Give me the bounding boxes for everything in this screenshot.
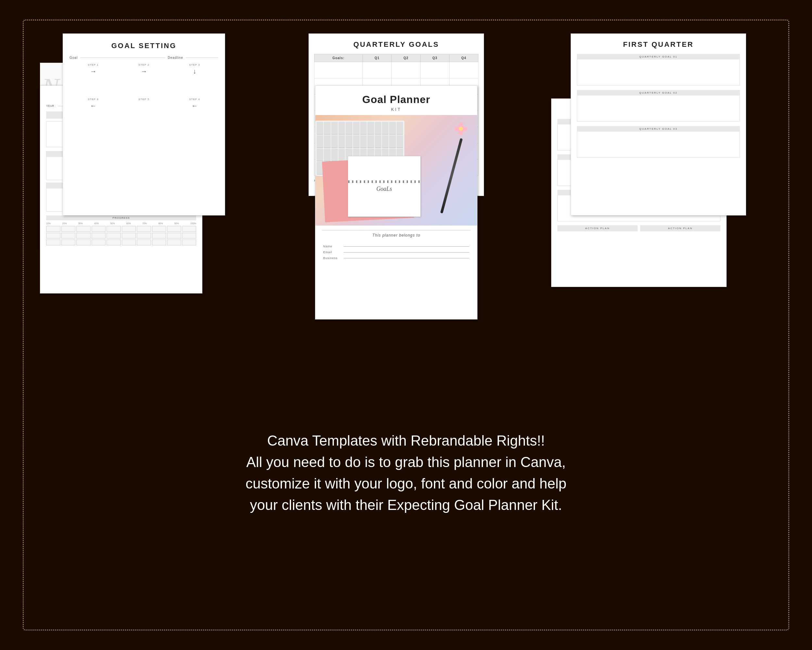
cover-title: Goal Planner <box>322 93 471 106</box>
quarterly-goals-center-title: QUARTERLY GOALS <box>314 40 478 49</box>
goal-setting-page: GOAL SETTING Goal Deadline STEP 1 → STEP… <box>63 34 225 216</box>
fq-goal-01-label: QUARTERLY GOAL 01 <box>577 54 740 60</box>
name-line <box>343 246 469 247</box>
goal-line <box>80 58 165 58</box>
name-label: Name <box>323 245 341 248</box>
cover-page: Goal Planner KIT <box>315 86 478 320</box>
flower-center <box>459 127 463 131</box>
notebook-spiral <box>348 180 420 183</box>
bar-group-9 <box>167 226 181 245</box>
email-field-row: Email <box>323 251 469 254</box>
business-line <box>343 258 469 258</box>
cover-fields: Name Email Business <box>315 242 477 265</box>
outer-container: N GOAL SETTING Goal Deadline STEP 1 → <box>23 20 789 630</box>
fq-goal-03-label: QUARTERLY GOAL 03 <box>577 126 740 132</box>
col-q4: Q4 <box>449 54 478 62</box>
cover-image: GoaLs <box>315 115 477 226</box>
desk-scene: GoaLs <box>315 115 477 226</box>
step-4-label: STEP 4 <box>189 98 200 101</box>
step3-down-spacer <box>70 75 218 95</box>
fq-goal-03-box: QUARTERLY GOAL 03 <box>577 126 740 158</box>
bottom-text-line2: All you need to do is to grab this plann… <box>72 451 740 473</box>
bottom-text-area: Canva Templates with Rebrandable Rights!… <box>40 430 772 516</box>
step-1-arrow: → <box>90 67 96 75</box>
step-1: STEP 1 → <box>70 63 117 75</box>
progress-label: PROGRESS <box>46 216 196 220</box>
fq-goal-03-content <box>577 132 740 158</box>
col-q3: Q3 <box>420 54 449 62</box>
col-goals: Goals: <box>314 54 363 62</box>
progress-bars <box>46 226 196 245</box>
bottom-text-line3: customize it with your logo, font and co… <box>72 473 740 494</box>
step-3-down-arrow: ↓ <box>193 67 196 75</box>
bar-group-1 <box>46 226 60 245</box>
step-5-label: STEP 5 <box>138 98 149 101</box>
first-quarter-page: FIRST QUARTER QUARTERLY GOAL 01 QUARTERL… <box>571 34 746 216</box>
pages-area: N GOAL SETTING Goal Deadline STEP 1 → <box>40 34 772 410</box>
email-label: Email <box>323 251 341 254</box>
bar-group-4 <box>92 226 106 245</box>
year-label: YEAR : <box>46 104 56 107</box>
cover-belongs-to: This planner belongs to <box>315 226 477 242</box>
table-row <box>314 62 478 78</box>
fq-goal-02-label: QUARTERLY GOAL 02 <box>577 90 740 96</box>
action-plan-row: ACTION PLAN ACTION PLAN <box>557 225 720 231</box>
col-q2: Q2 <box>391 54 420 62</box>
step-2-label: STEP 2 <box>138 63 149 66</box>
bottom-text-line4: your clients with their Expecting Goal P… <box>72 494 740 516</box>
flower-sim <box>453 121 469 137</box>
bar-group-7 <box>137 226 151 245</box>
notebook: GoaLs <box>348 156 421 217</box>
step-6-label: STEP 6 <box>88 98 98 101</box>
fq-goal-01-content <box>577 60 740 86</box>
goals-text: GoaLs <box>377 185 392 193</box>
cover-subtitle: KIT <box>322 107 471 112</box>
business-field-row: Business <box>323 257 469 260</box>
step-3-label: STEP 3 <box>189 63 200 66</box>
step-4-arrow: ← <box>191 102 198 110</box>
step-6-arrow: ← <box>90 102 96 110</box>
step-5: STEP 5 <box>120 98 168 110</box>
cover-top: Goal Planner KIT <box>315 86 477 115</box>
deadline-label: Deadline <box>168 56 183 60</box>
step-6: STEP 6 ← <box>70 98 117 110</box>
bar-group-8 <box>152 226 166 245</box>
col-right: FIRST QUARTER QUARTERLY GOAL 01 QUARTERL… <box>551 34 772 391</box>
bottom-text-line1: Canva Templates with Rebrandable Rights!… <box>72 430 740 451</box>
fq-goal-01-box: QUARTERLY GOAL 01 <box>577 54 740 86</box>
progress-scale: 10% 20% 30% 40% 50% 60% 70% 80% 90% 100% <box>46 222 196 225</box>
steps-upper: STEP 1 → STEP 2 → STEP 3 ↓ <box>70 63 218 75</box>
steps-lower: STEP 6 ← STEP 5 STEP 4 ← <box>70 98 218 110</box>
action-plan-btn-1: ACTION PLAN <box>557 225 638 231</box>
bar-group-10 <box>182 226 197 245</box>
col-q1: Q1 <box>362 54 391 62</box>
bar-group-3 <box>76 226 91 245</box>
step-2-arrow: → <box>140 67 147 75</box>
fq-goal-02-box: QUARTERLY GOAL 02 <box>577 90 740 122</box>
bar-group-5 <box>107 226 121 245</box>
action-plan-btn-2: ACTION PLAN <box>640 225 720 231</box>
first-quarter-title: FIRST QUARTER <box>577 40 740 49</box>
bar-group-6 <box>122 226 136 245</box>
goal-row: Goal Deadline <box>70 56 218 60</box>
name-field-row: Name <box>323 245 469 248</box>
goal-setting-title: GOAL SETTING <box>70 41 218 50</box>
table-header-row: Goals: Q1 Q2 Q3 Q4 <box>314 54 478 62</box>
belongs-to-text: This planner belongs to <box>322 233 471 237</box>
business-label: Business <box>323 257 341 260</box>
fq-goal-02-content <box>577 96 740 122</box>
deadline-line <box>186 58 218 58</box>
goal-label: Goal <box>70 56 78 60</box>
step-2: STEP 2 → <box>120 63 168 75</box>
col-center: QUARTERLY GOALS Goals: Q1 Q2 Q3 Q4 <box>292 34 507 391</box>
step-3: STEP 3 ↓ <box>171 63 218 75</box>
bar-group-2 <box>61 226 76 245</box>
pen-sim <box>440 138 463 214</box>
email-line <box>343 252 469 252</box>
step-1-label: STEP 1 <box>88 63 98 66</box>
step-4: STEP 4 ← <box>171 98 218 110</box>
